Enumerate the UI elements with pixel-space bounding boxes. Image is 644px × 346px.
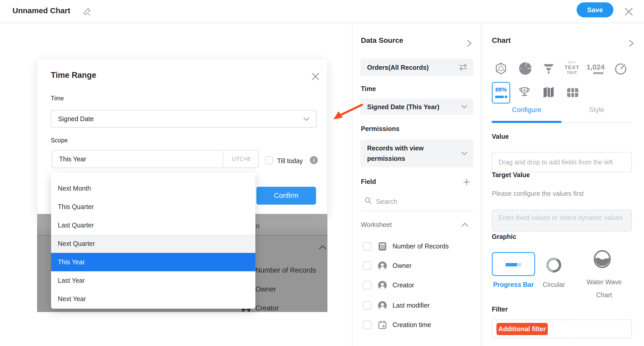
field-checkbox[interactable]	[363, 281, 372, 289]
dropdown-option[interactable]: Last Year	[51, 271, 255, 290]
calculator-icon	[378, 242, 387, 252]
field-section-label: Field	[361, 178, 376, 185]
time-field-value: Signed Date	[58, 115, 94, 123]
chevron-up-icon	[318, 245, 327, 251]
time-range-value: Signed Date (This Year)	[367, 102, 439, 112]
graphic-option-circular[interactable]	[545, 257, 562, 274]
worksheet-group-label[interactable]: Worksheet	[361, 221, 392, 229]
search-divider	[360, 211, 473, 211]
chart-type-gauge-icon[interactable]	[613, 61, 628, 76]
save-button[interactable]: Save	[577, 2, 613, 17]
tab-style[interactable]: Style	[562, 106, 632, 114]
dimmed-partial-text: n	[256, 222, 260, 230]
permissions-selector[interactable]: Records with view permissions	[360, 140, 473, 167]
target-value-input[interactable]: Enter fixed values or select dynamic val…	[492, 210, 632, 231]
value-dropzone-placeholder: Drag and drop to add fields from the lef…	[499, 157, 613, 168]
chart-type-word-cloud-icon[interactable]: TEXT TEXT TEXT	[564, 60, 579, 77]
top-bar: Unnamed Chart Save	[0, 0, 644, 23]
page-title: Unnamed Chart	[12, 6, 70, 15]
field-row: Creation time	[360, 319, 473, 331]
field-row: Creator	[360, 280, 473, 291]
chart-panel-title: Chart	[492, 36, 511, 45]
field-checkbox[interactable]	[363, 242, 372, 251]
dropdown-option[interactable]: This Quarter	[51, 198, 255, 216]
time-range-selector[interactable]: Signed Date (This Year)	[360, 99, 473, 115]
chart-type-radar-icon[interactable]	[493, 61, 508, 76]
calendar-icon	[378, 320, 387, 331]
annotation-arrow	[327, 102, 366, 125]
modal-title: Time Range	[51, 71, 96, 80]
chart-type-trophy-icon[interactable]	[517, 85, 532, 100]
dropdown-option-hovered[interactable]: Next Quarter	[51, 234, 255, 253]
number-underline	[593, 72, 604, 74]
field-row: Owner	[360, 260, 473, 272]
value-dropzone[interactable]: Drag and drop to add fields from the lef…	[492, 152, 632, 172]
close-icon[interactable]	[624, 7, 634, 17]
permissions-section-label: Permissions	[361, 125, 400, 133]
scope-value: This Year	[59, 155, 86, 163]
graphic-option-label[interactable]: Water Wave Chart	[578, 275, 630, 301]
data-source-title: Data Source	[361, 36, 403, 45]
source-selector[interactable]: Orders(All Records)	[360, 59, 473, 76]
target-value-section-label: Target Value	[492, 171, 530, 179]
time-field-label: Time	[51, 95, 64, 102]
edit-pencil-icon[interactable]	[82, 7, 92, 17]
progress-bar-icon	[506, 263, 517, 266]
chart-type-progress-icon-selected[interactable]: 88%	[492, 82, 510, 103]
graphic-option-label[interactable]: Progress Bar	[492, 278, 535, 291]
dropdown-option[interactable]: Next Year	[51, 290, 255, 308]
till-today-checkbox[interactable]	[265, 156, 273, 164]
chevron-down-icon	[303, 117, 310, 122]
search-input[interactable]: Search	[376, 198, 397, 206]
chart-type-funnel-icon[interactable]	[541, 61, 556, 76]
graphic-section-label: Graphic	[492, 233, 516, 240]
field-row: Last modifier	[360, 300, 473, 311]
field-checkbox[interactable]	[363, 321, 372, 329]
tab-configure[interactable]: Configure	[492, 106, 562, 114]
person-icon	[378, 301, 387, 311]
timezone-segment: UTC+8	[223, 150, 259, 168]
dropdown-option-selected[interactable]: This Year	[51, 253, 255, 271]
swap-icon	[458, 63, 468, 72]
till-today-label: Till today	[277, 157, 303, 165]
circular-ring-icon	[545, 257, 562, 273]
water-wave-icon	[593, 249, 612, 269]
additional-filter-button[interactable]: Additional filter	[496, 323, 548, 335]
target-value-placeholder: Enter fixed values or select dynamic val…	[499, 212, 623, 223]
progress-bar-icon-tail	[518, 263, 521, 266]
scope-field-label: Scope	[51, 137, 68, 144]
graphic-option-progress-bar-selected[interactable]	[492, 252, 535, 276]
chart-type-map-icon[interactable]	[541, 85, 556, 100]
filter-dropzone: Additional filter	[492, 320, 632, 338]
dropdown-option[interactable]: Last Quarter	[51, 216, 255, 234]
target-value-hint: Please configure the values first	[492, 190, 584, 197]
progress-mini-bar	[495, 96, 507, 98]
value-section-label: Value	[492, 133, 509, 140]
chart-type-pie-icon[interactable]	[518, 61, 533, 76]
chevron-right-icon[interactable]	[465, 39, 473, 49]
panel-divider	[481, 23, 481, 346]
field-checkbox[interactable]	[363, 261, 372, 270]
chart-type-table-icon[interactable]	[565, 85, 580, 100]
person-icon	[378, 261, 387, 272]
graphic-option-water-wave[interactable]	[593, 249, 612, 270]
modal-close-icon[interactable]	[311, 72, 320, 81]
scope-input[interactable]: This Year UTC+8	[52, 150, 259, 168]
scope-dropdown: Next Month This Quarter Last Quarter Nex…	[51, 172, 255, 309]
info-icon[interactable]: i	[310, 156, 318, 164]
dropdown-option[interactable]: Next Month	[51, 179, 255, 198]
field-checkbox[interactable]	[363, 301, 372, 310]
chart-type-number-icon[interactable]: 1,024	[588, 61, 603, 76]
chevron-up-icon[interactable]	[461, 222, 469, 229]
field-row: Number of Records	[360, 241, 473, 252]
chevron-right-icon[interactable]	[627, 39, 635, 49]
panel-divider	[352, 23, 353, 346]
confirm-button[interactable]: Confirm	[256, 187, 316, 205]
chevron-down-icon	[461, 151, 468, 157]
plus-icon[interactable]	[463, 178, 471, 187]
person-icon	[378, 281, 387, 291]
filter-section-label: Filter	[492, 306, 508, 313]
graphic-option-label[interactable]: Circular	[534, 278, 573, 291]
time-field-select[interactable]: Signed Date	[51, 110, 317, 128]
time-section-label: Time	[361, 85, 376, 93]
